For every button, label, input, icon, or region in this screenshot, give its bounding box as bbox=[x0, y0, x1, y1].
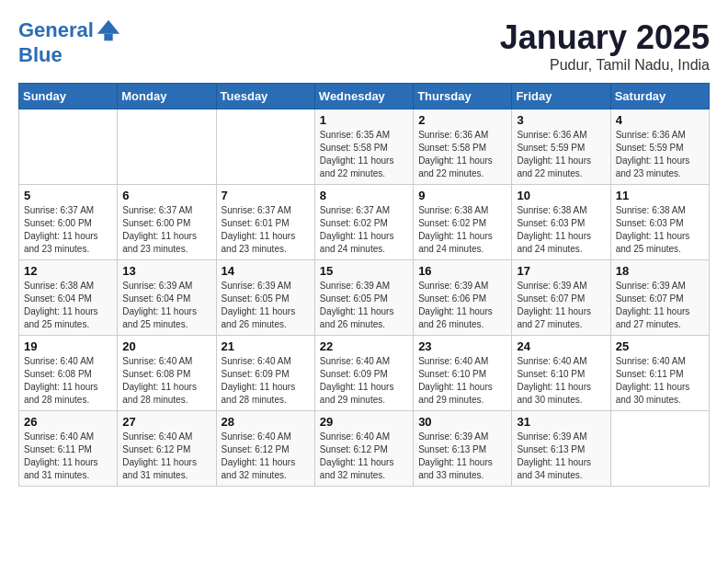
day-number: 31 bbox=[517, 415, 605, 429]
calendar-cell: 11Sunrise: 6:38 AMSunset: 6:03 PMDayligh… bbox=[610, 185, 709, 260]
day-info: Sunrise: 6:37 AMSunset: 6:00 PMDaylight:… bbox=[24, 204, 112, 256]
location: Pudur, Tamil Nadu, India bbox=[500, 57, 710, 74]
weekday-header-wednesday: Wednesday bbox=[314, 84, 413, 109]
day-info: Sunrise: 6:37 AMSunset: 6:01 PMDaylight:… bbox=[222, 204, 310, 256]
day-info: Sunrise: 6:40 AMSunset: 6:09 PMDaylight:… bbox=[222, 355, 310, 407]
day-info: Sunrise: 6:40 AMSunset: 6:12 PMDaylight:… bbox=[122, 431, 210, 482]
logo-text: General Blue bbox=[18, 18, 121, 66]
day-number: 17 bbox=[517, 264, 605, 278]
day-number: 18 bbox=[616, 264, 704, 278]
day-number: 15 bbox=[320, 264, 408, 278]
day-info: Sunrise: 6:39 AMSunset: 6:13 PMDaylight:… bbox=[418, 431, 506, 482]
day-number: 28 bbox=[222, 415, 310, 429]
day-number: 26 bbox=[24, 415, 112, 429]
day-number: 13 bbox=[122, 264, 210, 278]
calendar-cell: 25Sunrise: 6:40 AMSunset: 6:11 PMDayligh… bbox=[610, 336, 709, 411]
calendar-cell: 3Sunrise: 6:36 AMSunset: 5:59 PMDaylight… bbox=[512, 109, 610, 185]
day-info: Sunrise: 6:38 AMSunset: 6:04 PMDaylight:… bbox=[24, 280, 112, 331]
calendar-cell: 20Sunrise: 6:40 AMSunset: 6:08 PMDayligh… bbox=[118, 336, 216, 411]
day-info: Sunrise: 6:35 AMSunset: 5:58 PMDaylight:… bbox=[320, 129, 408, 180]
day-info: Sunrise: 6:39 AMSunset: 6:07 PMDaylight:… bbox=[616, 280, 704, 331]
calendar-cell: 31Sunrise: 6:39 AMSunset: 6:13 PMDayligh… bbox=[512, 411, 610, 487]
calendar-week-2: 5Sunrise: 6:37 AMSunset: 6:00 PMDaylight… bbox=[19, 185, 710, 260]
weekday-header-friday: Friday bbox=[512, 84, 610, 109]
day-info: Sunrise: 6:37 AMSunset: 6:00 PMDaylight:… bbox=[122, 204, 210, 256]
calendar-cell: 19Sunrise: 6:40 AMSunset: 6:08 PMDayligh… bbox=[19, 336, 118, 411]
calendar-cell: 26Sunrise: 6:40 AMSunset: 6:11 PMDayligh… bbox=[19, 411, 118, 487]
day-info: Sunrise: 6:40 AMSunset: 6:10 PMDaylight:… bbox=[418, 355, 506, 407]
calendar-week-1: 1Sunrise: 6:35 AMSunset: 5:58 PMDaylight… bbox=[19, 109, 710, 185]
calendar-cell: 8Sunrise: 6:37 AMSunset: 6:02 PMDaylight… bbox=[314, 185, 413, 260]
day-info: Sunrise: 6:40 AMSunset: 6:08 PMDaylight:… bbox=[24, 355, 112, 407]
day-info: Sunrise: 6:38 AMSunset: 6:03 PMDaylight:… bbox=[517, 204, 605, 256]
calendar-week-4: 19Sunrise: 6:40 AMSunset: 6:08 PMDayligh… bbox=[19, 336, 710, 411]
svg-rect-1 bbox=[104, 34, 112, 40]
day-info: Sunrise: 6:39 AMSunset: 6:06 PMDaylight:… bbox=[418, 280, 506, 331]
day-number: 19 bbox=[24, 339, 112, 353]
calendar-cell: 27Sunrise: 6:40 AMSunset: 6:12 PMDayligh… bbox=[118, 411, 216, 487]
day-info: Sunrise: 6:40 AMSunset: 6:11 PMDaylight:… bbox=[24, 431, 112, 482]
day-number: 21 bbox=[222, 339, 310, 353]
day-number: 25 bbox=[616, 339, 704, 353]
day-info: Sunrise: 6:39 AMSunset: 6:13 PMDaylight:… bbox=[517, 431, 605, 482]
day-number: 4 bbox=[616, 113, 704, 127]
day-info: Sunrise: 6:36 AMSunset: 5:59 PMDaylight:… bbox=[517, 129, 605, 180]
day-number: 6 bbox=[122, 189, 210, 202]
day-number: 3 bbox=[517, 113, 605, 127]
day-number: 7 bbox=[222, 189, 310, 202]
weekday-header-monday: Monday bbox=[118, 84, 216, 109]
day-info: Sunrise: 6:39 AMSunset: 6:05 PMDaylight:… bbox=[222, 280, 310, 331]
calendar-table: SundayMondayTuesdayWednesdayThursdayFrid… bbox=[18, 83, 710, 487]
day-info: Sunrise: 6:40 AMSunset: 6:10 PMDaylight:… bbox=[517, 355, 605, 407]
weekday-header-thursday: Thursday bbox=[414, 84, 512, 109]
calendar-cell: 1Sunrise: 6:35 AMSunset: 5:58 PMDaylight… bbox=[314, 109, 413, 185]
calendar-week-5: 26Sunrise: 6:40 AMSunset: 6:11 PMDayligh… bbox=[19, 411, 710, 487]
day-info: Sunrise: 6:38 AMSunset: 6:02 PMDaylight:… bbox=[418, 204, 506, 256]
day-number: 8 bbox=[320, 189, 408, 202]
day-info: Sunrise: 6:36 AMSunset: 5:59 PMDaylight:… bbox=[616, 129, 704, 180]
weekday-header-sunday: Sunday bbox=[19, 84, 118, 109]
day-info: Sunrise: 6:40 AMSunset: 6:11 PMDaylight:… bbox=[616, 355, 704, 407]
day-number: 22 bbox=[320, 339, 408, 353]
calendar-cell: 2Sunrise: 6:36 AMSunset: 5:58 PMDaylight… bbox=[414, 109, 512, 185]
weekday-header-tuesday: Tuesday bbox=[216, 84, 314, 109]
calendar-cell: 23Sunrise: 6:40 AMSunset: 6:10 PMDayligh… bbox=[414, 336, 512, 411]
calendar-week-3: 12Sunrise: 6:38 AMSunset: 6:04 PMDayligh… bbox=[19, 260, 710, 336]
day-info: Sunrise: 6:39 AMSunset: 6:05 PMDaylight:… bbox=[320, 280, 408, 331]
calendar-cell: 30Sunrise: 6:39 AMSunset: 6:13 PMDayligh… bbox=[414, 411, 512, 487]
calendar-cell bbox=[216, 109, 314, 185]
weekday-header-saturday: Saturday bbox=[610, 84, 709, 109]
day-info: Sunrise: 6:39 AMSunset: 6:04 PMDaylight:… bbox=[122, 280, 210, 331]
day-info: Sunrise: 6:40 AMSunset: 6:12 PMDaylight:… bbox=[320, 431, 408, 482]
day-number: 10 bbox=[517, 189, 605, 202]
day-info: Sunrise: 6:40 AMSunset: 6:08 PMDaylight:… bbox=[122, 355, 210, 407]
day-number: 16 bbox=[418, 264, 506, 278]
title-block: January 2025 Pudur, Tamil Nadu, India bbox=[500, 18, 710, 74]
day-info: Sunrise: 6:37 AMSunset: 6:02 PMDaylight:… bbox=[320, 204, 408, 256]
calendar-cell: 9Sunrise: 6:38 AMSunset: 6:02 PMDaylight… bbox=[414, 185, 512, 260]
calendar-cell: 4Sunrise: 6:36 AMSunset: 5:59 PMDaylight… bbox=[610, 109, 709, 185]
calendar-cell: 15Sunrise: 6:39 AMSunset: 6:05 PMDayligh… bbox=[314, 260, 413, 336]
day-number: 27 bbox=[122, 415, 210, 429]
day-number: 2 bbox=[418, 113, 506, 127]
calendar-cell bbox=[118, 109, 216, 185]
day-number: 20 bbox=[122, 339, 210, 353]
day-number: 11 bbox=[616, 189, 704, 202]
calendar-cell: 17Sunrise: 6:39 AMSunset: 6:07 PMDayligh… bbox=[512, 260, 610, 336]
calendar-cell: 10Sunrise: 6:38 AMSunset: 6:03 PMDayligh… bbox=[512, 185, 610, 260]
day-number: 30 bbox=[418, 415, 506, 429]
svg-marker-0 bbox=[97, 20, 119, 34]
calendar-cell bbox=[610, 411, 709, 487]
day-info: Sunrise: 6:36 AMSunset: 5:58 PMDaylight:… bbox=[418, 129, 506, 180]
logo: General Blue bbox=[18, 18, 121, 66]
calendar-cell: 12Sunrise: 6:38 AMSunset: 6:04 PMDayligh… bbox=[19, 260, 118, 336]
day-number: 5 bbox=[24, 189, 112, 202]
calendar-cell: 24Sunrise: 6:40 AMSunset: 6:10 PMDayligh… bbox=[512, 336, 610, 411]
day-number: 23 bbox=[418, 339, 506, 353]
day-number: 14 bbox=[222, 264, 310, 278]
calendar-cell: 14Sunrise: 6:39 AMSunset: 6:05 PMDayligh… bbox=[216, 260, 314, 336]
calendar-cell: 21Sunrise: 6:40 AMSunset: 6:09 PMDayligh… bbox=[216, 336, 314, 411]
calendar-cell: 22Sunrise: 6:40 AMSunset: 6:09 PMDayligh… bbox=[314, 336, 413, 411]
day-info: Sunrise: 6:38 AMSunset: 6:03 PMDaylight:… bbox=[616, 204, 704, 256]
day-number: 12 bbox=[24, 264, 112, 278]
